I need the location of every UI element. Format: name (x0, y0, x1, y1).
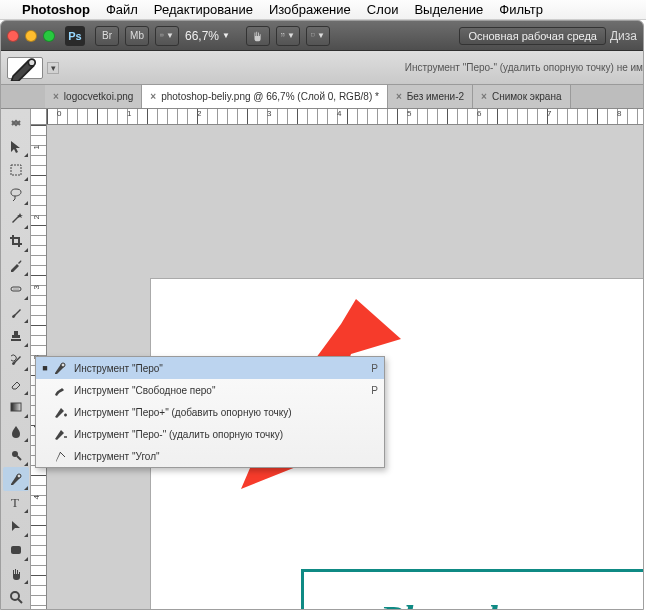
svg-point-9 (14, 288, 15, 289)
dodge-icon (8, 447, 24, 463)
menu-select[interactable]: Выделение (406, 2, 491, 17)
svg-rect-4 (283, 34, 284, 37)
move-tool[interactable] (3, 135, 29, 159)
brush-tool[interactable] (3, 301, 29, 325)
options-bar: ▾ Инструмент "Перо-" (удалить опорную то… (1, 51, 643, 85)
app-name[interactable]: Photoshop (14, 2, 98, 17)
options-hint: Инструмент "Перо-" (удалить опорную точк… (405, 62, 643, 73)
svg-point-11 (18, 288, 19, 289)
close-tab-icon[interactable]: × (481, 91, 487, 102)
preset-dropdown-icon[interactable]: ▾ (47, 62, 59, 74)
menu-image[interactable]: Изображение (261, 2, 359, 17)
collapse-handle[interactable] (3, 111, 29, 135)
workspace-switcher[interactable]: Основная рабочая среда (459, 27, 606, 45)
hand-tool[interactable] (3, 562, 29, 586)
ruler-mark: 6 (477, 109, 481, 118)
gradient-tool[interactable] (3, 396, 29, 420)
menu-edit[interactable]: Редактирование (146, 2, 261, 17)
svg-point-15 (17, 474, 21, 478)
document-tab[interactable]: × photoshop-beliy.png @ 66,7% (Слой 0, R… (142, 85, 388, 108)
workspace-trail[interactable]: Диза (610, 29, 637, 43)
ruler-mark: 3 (267, 109, 271, 118)
macos-menubar: Photoshop Файл Редактирование Изображени… (0, 0, 646, 20)
zoom-button[interactable] (43, 30, 55, 42)
document-tab[interactable]: × logocvetkoi.png (45, 85, 142, 108)
clone-stamp-tool[interactable] (3, 324, 29, 348)
flyout-label: Инструмент "Угол" (70, 451, 378, 462)
close-button[interactable] (7, 30, 19, 42)
logo-frame: Photoshop.ru (301, 569, 643, 609)
ruler-mark: 5 (407, 109, 411, 118)
crop-tool[interactable] (3, 230, 29, 254)
freeform-pen-icon (50, 382, 70, 398)
document-tab[interactable]: × Без имени-2 (388, 85, 473, 108)
tab-label: Снимок экрана (492, 91, 562, 102)
flyout-item-convert-point[interactable]: Инструмент "Угол" (36, 445, 384, 467)
dodge-tool[interactable] (3, 443, 29, 467)
pen-tool[interactable] (3, 467, 29, 491)
tab-label: Без имени-2 (407, 91, 464, 102)
document-tab[interactable]: × Снимок экрана (473, 85, 570, 108)
minibridge-button[interactable]: Mb (125, 26, 149, 46)
eraser-tool[interactable] (3, 372, 29, 396)
zoom-level[interactable]: 66,7%▼ (185, 29, 230, 43)
close-tab-icon[interactable]: × (150, 91, 156, 102)
close-tab-icon[interactable]: × (53, 91, 59, 102)
arrange-icon (281, 33, 285, 37)
pen-icon (8, 471, 24, 487)
svg-point-10 (16, 288, 17, 289)
bridge-button[interactable]: Br (95, 26, 119, 46)
menu-layers[interactable]: Слои (359, 2, 407, 17)
minimize-button[interactable] (25, 30, 37, 42)
ruler-corner[interactable] (31, 109, 47, 125)
view-extras-button[interactable]: ▼ (155, 26, 179, 46)
logo-text: Photoshop.ru (380, 597, 592, 609)
history-brush-tool[interactable] (3, 348, 29, 372)
pen-plus-icon (50, 404, 70, 420)
flyout-label: Инструмент "Перо-" (удалить опорную точк… (70, 429, 378, 440)
zoom-tool[interactable] (3, 585, 29, 609)
svg-point-18 (11, 592, 19, 600)
svg-rect-7 (11, 165, 21, 175)
crop-icon (8, 233, 24, 249)
flyout-item-freeform-pen[interactable]: Инструмент "Свободное перо" P (36, 379, 384, 401)
tab-label: logocvetkoi.png (64, 91, 134, 102)
type-tool[interactable]: T (3, 491, 29, 515)
history-brush-icon (8, 352, 24, 368)
ruler-horizontal[interactable]: 0 1 2 3 4 5 6 7 8 (47, 109, 643, 125)
flyout-item-pen[interactable]: ■ Инструмент "Перо" P (36, 357, 384, 379)
ruler-mark: 1 (127, 109, 131, 118)
marquee-icon (8, 162, 24, 178)
ruler-mark: 4 (32, 495, 41, 499)
svg-rect-17 (11, 546, 21, 554)
ruler-mark: 2 (197, 109, 201, 118)
lasso-tool[interactable] (3, 182, 29, 206)
ruler-mark: 4 (337, 109, 341, 118)
tools-panel: T (1, 109, 31, 609)
ruler-mark: 3 (32, 285, 41, 289)
close-tab-icon[interactable]: × (396, 91, 402, 102)
bandage-icon (8, 281, 24, 297)
healing-tool[interactable] (3, 277, 29, 301)
blur-tool[interactable] (3, 419, 29, 443)
ruler-mark: 1 (32, 145, 41, 149)
current-tool-preset[interactable] (7, 57, 43, 79)
shape-tool[interactable] (3, 538, 29, 562)
path-selection-tool[interactable] (3, 514, 29, 538)
eyedropper-tool[interactable] (3, 253, 29, 277)
svg-rect-12 (11, 403, 21, 411)
screen-mode-button[interactable]: ▼ (306, 26, 330, 46)
flyout-item-delete-anchor[interactable]: Инструмент "Перо-" (удалить опорную точк… (36, 423, 384, 445)
svg-rect-3 (281, 34, 282, 37)
screen-icon (311, 33, 315, 37)
marquee-tool[interactable] (3, 158, 29, 182)
check-icon: ■ (40, 363, 50, 373)
menu-filter[interactable]: Фильтр (491, 2, 551, 17)
arrange-button[interactable]: ▼ (276, 26, 300, 46)
eyedropper-icon (8, 257, 24, 273)
convert-point-icon (50, 448, 70, 464)
menu-file[interactable]: Файл (98, 2, 146, 17)
flyout-item-add-anchor[interactable]: Инструмент "Перо+" (добавить опорную точ… (36, 401, 384, 423)
magic-wand-tool[interactable] (3, 206, 29, 230)
hand-button[interactable] (246, 26, 270, 46)
